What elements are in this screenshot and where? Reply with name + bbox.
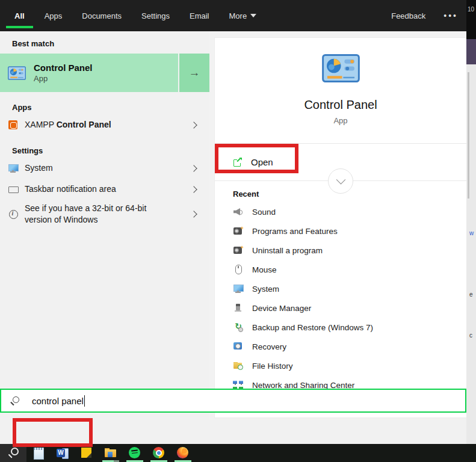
- best-match-title: Control Panel: [34, 63, 93, 73]
- recent-item-label: Sound: [252, 208, 276, 217]
- search-input[interactable]: control panel: [32, 396, 84, 406]
- search-results-content: Best match: [0, 31, 466, 420]
- notepad-icon: [32, 446, 45, 460]
- best-match-result[interactable]: Control Panel App →: [0, 54, 209, 92]
- taskbar-firefox-button[interactable]: [171, 444, 195, 462]
- info-icon: [8, 209, 19, 220]
- file-history-icon: [233, 360, 244, 371]
- recent-item-programs-and-features[interactable]: Programs and Features: [233, 221, 466, 241]
- control-panel-icon: [8, 66, 26, 80]
- search-topbar: AllAppsDocumentsSettingsEmailMore Feedba…: [0, 0, 466, 31]
- taskbar-notepad-button[interactable]: [26, 444, 51, 462]
- background-scrollbar[interactable]: [468, 72, 469, 199]
- recent-item-system[interactable]: System: [233, 279, 466, 298]
- tab-documents[interactable]: Documents: [73, 0, 130, 31]
- open-icon: [233, 158, 243, 167]
- device-manager-icon: [233, 303, 244, 313]
- sticky-notes-icon: [80, 446, 93, 460]
- best-match-header: Best match: [0, 31, 209, 54]
- best-match-subtitle: App: [34, 74, 93, 83]
- background-text-fragment: c: [469, 332, 472, 339]
- tab-email[interactable]: Email: [181, 0, 218, 31]
- search-icon: [7, 446, 20, 460]
- tab-label: Apps: [45, 11, 63, 20]
- chevron-right-icon: [190, 165, 197, 171]
- chevron-right-icon: [190, 122, 197, 128]
- recent-item-label: File History: [252, 362, 293, 371]
- recent-item-label: Backup and Restore (Windows 7): [252, 323, 373, 332]
- recent-item-label: Mouse: [252, 265, 277, 274]
- tab-label: More: [229, 11, 247, 20]
- topbar-right: Feedback •••: [391, 0, 458, 31]
- firefox-icon: [176, 446, 190, 460]
- search-flyout: AllAppsDocumentsSettingsEmailMore Feedba…: [0, 0, 466, 444]
- taskbar-chrome-button[interactable]: [147, 444, 171, 462]
- arrow-right-icon: →: [189, 66, 200, 79]
- xampp-icon: [8, 120, 19, 131]
- text-cursor: [84, 395, 85, 407]
- programs-icon: [233, 226, 244, 236]
- list-item-system[interactable]: System: [0, 158, 209, 179]
- background-text-fragment: w: [469, 230, 474, 236]
- tab-apps[interactable]: Apps: [36, 0, 71, 31]
- list-item-see-if-32-or-64-bit[interactable]: See if you have a 32-bit or 64-bit versi…: [0, 200, 209, 229]
- spotify-icon: [128, 446, 141, 460]
- recovery-icon: [233, 341, 244, 352]
- background-window-purple-strip: [466, 39, 476, 64]
- background-window-sliver: 10 wec: [466, 0, 476, 444]
- recent-item-backup-and-restore[interactable]: Backup and Restore (Windows 7): [233, 318, 466, 337]
- tab-more[interactable]: More: [221, 0, 265, 31]
- recent-list: SoundPrograms and FeaturesUninstall a pr…: [233, 202, 466, 395]
- tab-label: All: [14, 11, 25, 20]
- tab-label: Documents: [82, 11, 122, 20]
- tab-all[interactable]: All: [6, 0, 33, 31]
- backup-icon: [233, 322, 244, 333]
- recent-item-label: Recovery: [252, 342, 286, 351]
- best-match-text: Control Panel App: [34, 63, 93, 83]
- recent-item-label: Programs and Features: [252, 227, 338, 236]
- list-item-label: System: [25, 162, 53, 174]
- tab-settings[interactable]: Settings: [133, 0, 178, 31]
- open-label: Open: [251, 157, 273, 167]
- tab-label: Email: [190, 11, 209, 20]
- list-item-label: See if you have a 32-bit or 64-bit versi…: [25, 203, 172, 226]
- preview-card: Control Panel App Open Recent So: [214, 37, 466, 418]
- best-match-main[interactable]: Control Panel App: [0, 54, 178, 92]
- list-item-taskbar-notification-area[interactable]: Taskbar notification area: [0, 179, 209, 200]
- expand-button[interactable]: [328, 168, 353, 194]
- taskbar-word-button[interactable]: [51, 444, 75, 462]
- tab-label: Settings: [141, 11, 170, 20]
- uninstall-icon: [233, 245, 244, 256]
- list-item-label: XAMPP Control Panel: [25, 119, 111, 131]
- taskbar: [0, 444, 476, 462]
- background-window-titlebar: 10: [466, 0, 476, 39]
- taskbar-file-explorer-button[interactable]: [99, 444, 123, 462]
- ellipsis-icon[interactable]: •••: [444, 13, 458, 19]
- results-panel: Best match: [0, 31, 209, 420]
- chrome-icon: [152, 446, 165, 460]
- section-header-apps: Apps: [0, 100, 209, 114]
- app-title: Control Panel: [304, 98, 377, 112]
- recent-item-device-manager[interactable]: Device Manager: [233, 298, 466, 318]
- chevron-right-icon: [190, 186, 197, 192]
- chevron-down-icon: [250, 14, 256, 17]
- taskbar-search-button[interactable]: [0, 444, 26, 462]
- background-text-fragment: e: [469, 291, 473, 298]
- search-bar[interactable]: control panel: [0, 389, 466, 413]
- app-subtitle: App: [333, 116, 347, 125]
- list-item-label: Taskbar notification area: [25, 183, 116, 195]
- feedback-button[interactable]: Feedback: [391, 11, 425, 20]
- recent-item-mouse[interactable]: Mouse: [233, 260, 466, 279]
- list-item-xampp-control-panel[interactable]: XAMPP Control Panel: [0, 114, 209, 135]
- recent-item-recovery[interactable]: Recovery: [233, 337, 466, 356]
- recent-item-sound[interactable]: Sound: [233, 202, 466, 221]
- system-icon: [233, 283, 244, 294]
- best-match-arrow-button[interactable]: →: [179, 54, 209, 92]
- app-summary-section: Control Panel App: [215, 38, 466, 144]
- recent-item-label: Device Manager: [252, 304, 311, 313]
- file-explorer-icon: [104, 446, 117, 460]
- taskbar-sticky-notes-button[interactable]: [75, 444, 99, 462]
- taskbar-spotify-button[interactable]: [123, 444, 147, 462]
- recent-item-uninstall-a-program[interactable]: Uninstall a program: [233, 241, 466, 260]
- recent-item-file-history[interactable]: File History: [233, 356, 466, 375]
